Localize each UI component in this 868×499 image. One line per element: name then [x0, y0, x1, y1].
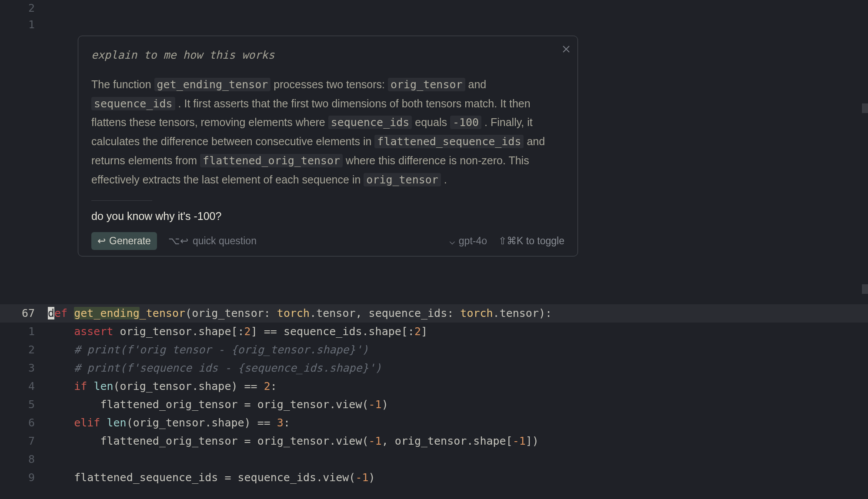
line-number-relative: 2: [0, 341, 48, 359]
code-line[interactable]: 67 def get_ending_tensor(orig_tensor: to…: [0, 304, 868, 323]
code-line[interactable]: 5 flattened_orig_tensor = orig_tensor.vi…: [0, 396, 868, 414]
number: 2: [414, 325, 421, 338]
number: 3: [277, 416, 284, 429]
answer-text: .: [441, 173, 447, 186]
module: torch: [277, 307, 310, 319]
chevron-down-icon: ⌵: [449, 232, 455, 250]
model-selector[interactable]: ⌵ gpt-4o: [449, 232, 487, 250]
code-content[interactable]: flattened_orig_tensor = orig_tensor.view…: [48, 396, 388, 414]
ident: ): [382, 398, 388, 411]
keyword-assert: assert: [74, 325, 113, 338]
code-line[interactable]: 2 # print(f'orig tensor - {orig_tensor.s…: [0, 341, 868, 359]
number: 2: [244, 325, 251, 338]
code-line[interactable]: 8: [0, 450, 868, 469]
code-line[interactable]: 4 if len(orig_tensor.shape) == 2:: [0, 377, 868, 396]
ident: .tensor):: [493, 307, 552, 319]
code-line[interactable]: 1 assert orig_tensor.shape[:2] == sequen…: [0, 323, 868, 341]
code-token: -100: [450, 116, 481, 129]
keyword-if: if: [74, 380, 87, 393]
code-line[interactable]: 6 elif len(orig_tensor.shape) == 3:: [0, 414, 868, 432]
quick-label: quick question: [193, 232, 257, 250]
quick-question-hint[interactable]: ⌥↩ quick question: [168, 232, 257, 250]
chat-answer: The function get_ending_tensor processes…: [91, 75, 564, 190]
keyword-elif: elif: [74, 416, 100, 429]
close-icon[interactable]: [561, 41, 571, 52]
answer-text: processes two tensors:: [270, 78, 388, 90]
line-number-absolute: 67: [0, 304, 48, 323]
ident: flattened_sequence_ids = sequence_ids.vi…: [74, 471, 355, 484]
answer-text: The function: [91, 78, 154, 90]
code-block[interactable]: 67 def get_ending_tensor(orig_tensor: to…: [0, 304, 868, 487]
code-content[interactable]: def get_ending_tensor(orig_tensor: torch…: [48, 304, 868, 323]
code-content[interactable]: if len(orig_tensor.shape) == 2:: [48, 377, 277, 396]
code-content[interactable]: # print(f'orig tensor - {orig_tensor.sha…: [48, 341, 369, 359]
ident: (orig_tensor.shape) ==: [114, 380, 264, 393]
ident: ): [369, 471, 375, 484]
ident: flattened_orig_tensor = orig_tensor.view…: [100, 398, 368, 411]
code-token: orig_tensor: [388, 78, 465, 91]
line-number-relative: 3: [0, 359, 48, 377]
punct: :: [447, 307, 460, 319]
function-name: _tensor: [140, 307, 185, 319]
param: sequence_ids: [369, 307, 447, 319]
number: -1: [355, 471, 368, 484]
number: 2: [264, 380, 270, 393]
code-token: flattened_sequence_ids: [374, 135, 524, 148]
code-token: sequence_ids: [328, 116, 412, 129]
line-number-relative: 1: [0, 323, 48, 341]
module: torch: [460, 307, 493, 319]
code-token: sequence_ids: [91, 97, 175, 110]
line-number-relative: 4: [0, 377, 48, 396]
line-number-relative: 7: [0, 432, 48, 450]
ident: ]: [421, 325, 427, 338]
code-content[interactable]: flattened_sequence_ids = sequence_ids.vi…: [48, 469, 375, 487]
code-line[interactable]: 9 flattened_sequence_ids = sequence_ids.…: [0, 469, 868, 487]
code-content[interactable]: assert orig_tensor.shape[:2] == sequence…: [48, 323, 427, 341]
chat-prompt: explain to me how this works: [91, 46, 564, 65]
punct: :: [264, 307, 277, 319]
punct: (: [185, 307, 192, 319]
gutter-rel: 2: [0, 0, 48, 17]
line-number-relative: 5: [0, 396, 48, 414]
comment: # print(f'sequence ids - {sequence_ids.s…: [74, 362, 381, 374]
gutter-rel: 1: [0, 17, 48, 33]
model-name: gpt-4o: [459, 232, 487, 250]
toggle-hint: ⇧⌘K to toggle: [498, 232, 564, 250]
code-editor[interactable]: 2 1 explain to me how this works The fun…: [0, 0, 868, 499]
generate-button[interactable]: ↩ Generate: [91, 232, 157, 250]
gutter-above: 2 1: [0, 0, 868, 33]
shortcut-glyph: ⌥↩: [168, 232, 188, 250]
line-number-relative: 9: [0, 469, 48, 487]
divider: [91, 200, 152, 201]
scrollbar-marker: [862, 103, 868, 113]
code-line[interactable]: 3 # print(f'sequence ids - {sequence_ids…: [0, 359, 868, 377]
ident: (orig_tensor.shape) ==: [127, 416, 277, 429]
ident: flattened_orig_tensor = orig_tensor.view…: [100, 435, 368, 447]
ident: orig_tensor.shape[:: [114, 325, 244, 338]
code-content[interactable]: # print(f'sequence ids - {sequence_ids.s…: [48, 359, 382, 377]
answer-text: equals: [412, 116, 450, 128]
builtin-len: len: [107, 416, 127, 429]
answer-text: and: [465, 78, 487, 90]
ident: ] == sequence_ids.shape[:: [251, 325, 414, 338]
code-content[interactable]: [48, 450, 54, 469]
param: orig_tensor: [192, 307, 264, 319]
code-token: orig_tensor: [364, 173, 441, 186]
keyword-def: ef: [54, 307, 67, 319]
ident: .tensor,: [310, 307, 368, 319]
code-content[interactable]: elif len(orig_tensor.shape) == 3:: [48, 414, 290, 432]
chat-toolbar: ↩ Generate ⌥↩ quick question ⌵ gpt-4o ⇧⌘…: [91, 232, 564, 250]
generate-label: Generate: [109, 235, 151, 247]
code-content[interactable]: flattened_orig_tensor = orig_tensor.view…: [48, 432, 539, 450]
inline-chat-panel: explain to me how this works The functio…: [78, 36, 578, 256]
chat-input[interactable]: do you know why it's -100?: [91, 207, 564, 226]
code-token: flattened_orig_tensor: [200, 154, 343, 167]
ident: :: [270, 380, 277, 393]
number: -1: [369, 398, 382, 411]
ident: :: [284, 416, 290, 429]
code-line[interactable]: 7 flattened_orig_tensor = orig_tensor.vi…: [0, 432, 868, 450]
number: -1: [513, 435, 526, 447]
code-token: get_ending_tensor: [154, 78, 271, 91]
comment: # print(f'orig tensor - {orig_tensor.sha…: [74, 343, 368, 356]
line-number-relative: 6: [0, 414, 48, 432]
